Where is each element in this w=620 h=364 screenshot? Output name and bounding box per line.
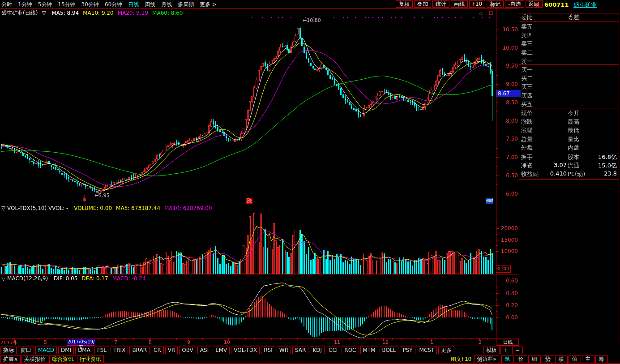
period-月线[interactable]: 月线 bbox=[161, 1, 172, 9]
tab-SAR[interactable]: SAR bbox=[292, 347, 308, 354]
tab-VOL-TDX[interactable]: VOL-TDX bbox=[231, 347, 260, 354]
tool-统计[interactable]: 统计 bbox=[432, 0, 449, 8]
tab-ROC[interactable]: ROC bbox=[342, 347, 359, 354]
tab-MCST[interactable]: MCST bbox=[417, 347, 437, 354]
buy-level-label: 买五 bbox=[521, 100, 533, 108]
macd-chart-canvas[interactable] bbox=[0, 274, 496, 338]
tool-F10[interactable]: F10 bbox=[469, 0, 485, 8]
macd-indicator-title: ▽ MACD(12,26,9) bbox=[1, 275, 48, 282]
tab-OBV[interactable]: OBV bbox=[179, 347, 196, 354]
graphic-f10-button[interactable]: 图文F10 bbox=[451, 355, 471, 363]
date-minor-tick bbox=[367, 338, 367, 340]
status-关联报价[interactable]: 关联报价 bbox=[21, 355, 48, 363]
price-chart-canvas[interactable] bbox=[0, 9, 496, 204]
tab-ASI[interactable]: ASI bbox=[197, 347, 211, 354]
news-badge[interactable]: 侧财 bbox=[486, 198, 493, 204]
axis-minor-tick bbox=[496, 299, 498, 300]
tool--自选[interactable]: -自选 bbox=[505, 0, 524, 8]
axis-tick-label: 7.00 bbox=[506, 154, 518, 160]
tab-BRAR[interactable]: BRAR bbox=[129, 347, 150, 354]
date-minor-tick bbox=[133, 338, 134, 340]
axis-tick-label: 0.00 bbox=[506, 314, 518, 321]
axis-tick-leader bbox=[492, 240, 496, 240]
tab-KDJ[interactable]: KDJ bbox=[310, 347, 325, 354]
volume-value: VOLUME: 0.00 bbox=[74, 205, 112, 211]
period-多周期[interactable]: 多周期 bbox=[178, 1, 194, 9]
tab-指标[interactable]: 指标 bbox=[0, 347, 17, 354]
tab-FSL[interactable]: FSL bbox=[94, 347, 109, 354]
tool-叠加[interactable]: 叠加 bbox=[414, 0, 431, 8]
ma-label: MA10: 9.20 bbox=[83, 10, 113, 16]
info-label-left: 换手 bbox=[521, 153, 533, 161]
tab-窗口[interactable]: 窗口 bbox=[18, 347, 34, 354]
collapse-triangle-icon[interactable]: ▽ bbox=[42, 10, 46, 16]
tab-VR[interactable]: VR bbox=[165, 347, 178, 354]
period-indicator-box[interactable]: 日线 bbox=[497, 339, 519, 346]
mini-tab-笔[interactable]: 笔 bbox=[501, 355, 514, 363]
status-行业资讯[interactable]: 行业资讯 bbox=[77, 355, 104, 363]
mini-tab-筹[interactable]: 筹 bbox=[595, 355, 608, 363]
tab-模板[interactable]: 模板 bbox=[483, 347, 500, 354]
status-扩展∧[interactable]: 扩展∧ bbox=[0, 355, 21, 363]
tab-MTM[interactable]: MTM bbox=[360, 347, 378, 354]
tool-复权[interactable]: 复权 bbox=[396, 0, 413, 8]
tab-TRIX[interactable]: TRIX bbox=[111, 347, 128, 354]
period-更多 >[interactable]: 更多 > bbox=[200, 1, 217, 9]
month-label-2: 2 bbox=[479, 339, 482, 345]
tab-+[interactable]: + bbox=[500, 347, 511, 354]
sidebar-toggle-button[interactable]: 侧边栏» bbox=[474, 355, 499, 363]
mini-tab-势[interactable]: 势 bbox=[542, 355, 554, 363]
tab-−[interactable]: − bbox=[512, 347, 523, 354]
buy-level-label: 买四 bbox=[521, 92, 533, 100]
detail-label-left: 外盘 bbox=[521, 144, 533, 152]
buy-level-label: 买一 bbox=[521, 66, 533, 74]
mini-tab-值[interactable]: 值 bbox=[569, 355, 581, 363]
period-1分钟[interactable]: 1分钟 bbox=[18, 1, 32, 9]
tab-RSI[interactable]: RSI bbox=[261, 347, 275, 354]
tab-EMV[interactable]: EMV bbox=[213, 347, 230, 354]
mini-tab-细[interactable]: 细 bbox=[528, 355, 541, 363]
tab-PSY[interactable]: PSY bbox=[400, 347, 415, 354]
axis-minor-tick bbox=[496, 287, 498, 287]
corner-maximize-icon[interactable]: □ bbox=[489, 10, 493, 15]
mini-tab-联[interactable]: 联 bbox=[555, 355, 568, 363]
tab-更多[interactable]: 更多 bbox=[438, 347, 454, 354]
date-minor-tick bbox=[410, 338, 410, 340]
tool-标记[interactable]: 标记 bbox=[487, 0, 504, 8]
date-minor-tick bbox=[211, 338, 211, 340]
tab-CR[interactable]: CR bbox=[151, 347, 164, 354]
tool-画线[interactable]: 画线 bbox=[451, 0, 468, 8]
date-minor-tick bbox=[315, 338, 315, 340]
tab-CCI[interactable]: CCI bbox=[326, 347, 340, 354]
tab-BOLL[interactable]: BOLL bbox=[380, 347, 399, 354]
period-60分钟[interactable]: 60分钟 bbox=[105, 1, 122, 9]
period-周线[interactable]: 周线 bbox=[145, 1, 155, 9]
period-30分钟[interactable]: 30分钟 bbox=[81, 1, 99, 9]
month-label-1: 1 bbox=[430, 339, 433, 345]
date-minor-tick bbox=[159, 338, 159, 340]
tab-DMI[interactable]: DMI bbox=[58, 347, 74, 354]
date-minor-tick bbox=[194, 338, 194, 340]
tab-WR[interactable]: WR bbox=[277, 347, 291, 354]
period-5分钟[interactable]: 5分钟 bbox=[38, 1, 52, 9]
tab-DMA[interactable]: DMA bbox=[75, 347, 93, 354]
period-日线[interactable]: 日线 bbox=[128, 1, 139, 9]
axis-minor-tick bbox=[496, 184, 498, 185]
buy-level-label: 买二 bbox=[521, 74, 533, 82]
detail-label-right: 今开 bbox=[568, 109, 579, 117]
tab-MACD[interactable]: MACD bbox=[35, 347, 57, 354]
volume-chart-canvas[interactable] bbox=[0, 204, 496, 274]
date-minor-tick bbox=[176, 338, 177, 340]
period-分时[interactable]: 分时 bbox=[1, 1, 12, 9]
corner-diamond-icon[interactable]: ◇ bbox=[479, 11, 483, 16]
stock-name[interactable]: 盛屯矿业 bbox=[573, 1, 597, 8]
status-综合资讯[interactable]: 综合资讯 bbox=[49, 355, 76, 363]
date-minor-tick bbox=[436, 338, 436, 340]
volume-values: VOLUME: 0.00MA5: 673187.44MA10: 628769.0… bbox=[74, 205, 216, 211]
month-label-12: 12 bbox=[382, 339, 389, 345]
mini-tab-主[interactable]: 主 bbox=[582, 355, 594, 363]
mini-tab-价[interactable]: 价 bbox=[515, 355, 527, 363]
period-15分钟[interactable]: 15分钟 bbox=[58, 1, 75, 9]
status-bar-left: 扩展∧关联报价综合资讯行业资讯 bbox=[0, 355, 104, 363]
axis-tick-mark bbox=[496, 228, 499, 229]
